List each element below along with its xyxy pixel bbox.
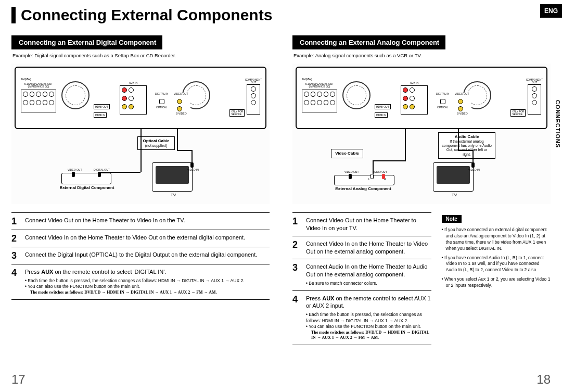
callout-note: (not supplied) <box>141 144 171 148</box>
rear-panel-illustration: 5.1CH SPEAKERS OUT(IMPEDANCE 3Ω) AM(MW) … <box>296 67 547 129</box>
tv-label: TV <box>446 193 462 197</box>
step-text: Connect Video In on the Home Theater to … <box>25 234 270 243</box>
note-item: If you have connected an external digita… <box>442 227 551 252</box>
note-label: Note <box>442 215 462 223</box>
step-text: Connect Audio In on the Home Theater to … <box>306 263 431 286</box>
step-number: 1 <box>292 217 302 232</box>
aux-in-ports: AUX IN <box>401 85 428 115</box>
speaker-out-ports: 5.1CH SPEAKERS OUT(IMPEDANCE 3Ω) <box>21 90 56 112</box>
step-number: 3 <box>292 263 302 286</box>
right-example-text: Example: Analog signal components such a… <box>293 53 551 58</box>
port-label: HDMI OUT <box>94 104 110 109</box>
step-number: 3 <box>11 251 21 260</box>
port-label: VIDEO IN <box>468 169 480 171</box>
cable-plug-icon <box>349 174 352 179</box>
left-column: Connecting an External Digital Component… <box>11 35 270 345</box>
aux-in-ports: AUX IN <box>120 85 147 115</box>
audio-cable-callout: Audio Cable If the external analog compo… <box>438 132 495 159</box>
step-text: Press AUX on the remote control to selec… <box>25 268 270 296</box>
step-number: 2 <box>11 234 21 243</box>
fan-vent-icon <box>61 81 90 109</box>
tv-screen-icon <box>156 166 189 184</box>
tv-icon <box>152 162 193 192</box>
step-item: 4 Press AUX on the remote control to sel… <box>292 290 431 346</box>
right-diagram: 5.1CH SPEAKERS OUT(IMPEDANCE 3Ω) AM(MW) … <box>292 64 551 204</box>
video-cable-callout: Video Cable <box>331 149 363 158</box>
external-device-label: External Digital Component <box>58 185 116 190</box>
component-out-ports: COMPONENTOUT <box>528 84 541 115</box>
rear-panel-illustration: 5.1CH SPEAKERS OUT(IMPEDANCE 3Ω) AM(MW) … <box>15 67 266 129</box>
port-label: HDMI IN <box>94 112 107 118</box>
section-tab: CONNECTIONS <box>554 99 562 149</box>
step-item: 2 Connect Video In on the Home Theater t… <box>292 236 431 259</box>
step-text: Connect Video Out on the Home Theater to… <box>306 217 431 232</box>
language-tab: ENG <box>540 4 562 18</box>
left-steps: 1 Connect Video Out on the Home Theater … <box>11 212 270 300</box>
step-number: 2 <box>292 240 302 256</box>
fan-vent-icon <box>342 81 371 109</box>
left-example-text: Example: Digital signal components such … <box>12 53 270 58</box>
external-device-label: External Analog Component <box>332 186 394 191</box>
step-item: 3 Connect the Digital Input (OPTICAL) to… <box>11 247 270 264</box>
cable-plug-icon <box>382 174 385 179</box>
tv-icon <box>433 162 474 192</box>
step-text: Press AUX on the remote control to selec… <box>306 295 431 342</box>
note-item: If you have connected Audio In (L, R) to… <box>442 255 551 274</box>
component-out-ports: COMPONENTOUT <box>247 84 260 115</box>
page-number-left: 17 <box>11 372 25 387</box>
right-subheading: Connecting an External Analog Component <box>292 35 551 49</box>
optical-cable-callout: Optical Cable (not supplied) <box>137 136 175 150</box>
step-item: 3 Connect Audio In on the Home Theater t… <box>292 259 431 290</box>
port-label: VIDEO IN <box>187 169 199 171</box>
port-label: ONLY FORSERVICE <box>229 109 245 117</box>
speaker-out-ports: 5.1CH SPEAKERS OUT(IMPEDANCE 3Ω) <box>302 90 337 112</box>
step-item: 4 Press AUX on the remote control to sel… <box>11 264 270 300</box>
callout-title: Video Cable <box>335 151 359 156</box>
right-subheading-text: Connecting an External Analog Component <box>296 35 445 49</box>
port-label: DIGITAL OUT <box>94 169 110 171</box>
step-item: 1 Connect Video Out on the Home Theater … <box>11 212 270 230</box>
step-text: Connect Video Out on the Home Theater to… <box>25 217 270 226</box>
cable-plug-icon <box>371 174 374 179</box>
external-device-icon <box>61 173 111 184</box>
step-number: 4 <box>292 295 302 342</box>
step-text: Connect Video In on the Home Theater to … <box>306 240 431 256</box>
digital-video-ports: DIGITAL IN VIDEO OUT OPTICAL S-VIDEO <box>153 93 190 115</box>
port-label: ONLY FORSERVICE <box>510 109 526 117</box>
left-subheading: Connecting an External Digital Component <box>11 35 270 49</box>
right-steps: 1 Connect Video Out on the Home Theater … <box>292 212 431 345</box>
port-label: AUDIO OUT <box>373 171 387 173</box>
port-label: HDMI OUT <box>375 104 391 109</box>
left-diagram: 5.1CH SPEAKERS OUT(IMPEDANCE 3Ω) AM(MW) … <box>11 64 270 204</box>
callout-title: Optical Cable <box>143 138 169 143</box>
step-number: 1 <box>11 217 21 226</box>
step-number: 4 <box>11 268 21 296</box>
cable-plug-icon <box>190 162 194 168</box>
callout-note: If the external analog component has onl… <box>442 140 492 157</box>
port-label: HDMI IN <box>375 112 388 118</box>
step-item: 1 Connect Video Out on the Home Theater … <box>292 212 431 236</box>
step-item: 2 Connect Video In on the Home Theater t… <box>11 230 270 247</box>
note-item: When you select Aux 1 or 2, you are sele… <box>442 276 551 289</box>
left-subheading-text: Connecting an External Digital Component <box>15 35 162 49</box>
note-section: Note If you have connected an external d… <box>442 212 551 345</box>
title-accent-bar <box>11 7 16 23</box>
digital-video-ports: DIGITAL IN VIDEO OUT OPTICAL S-VIDEO <box>434 93 471 115</box>
page-title-wrap: Connecting External Components <box>11 6 551 24</box>
right-column: Connecting an External Analog Component … <box>292 35 551 345</box>
tv-screen-icon <box>437 166 470 184</box>
cable-plug-icon <box>471 162 475 168</box>
tv-label: TV <box>165 193 181 197</box>
port-label: VIDEO OUT <box>344 171 359 173</box>
port-label: L <box>368 178 370 181</box>
page-number-right: 18 <box>537 372 551 387</box>
page-title: Connecting External Components <box>21 6 272 24</box>
cable-plug-icon <box>72 172 75 177</box>
step-text: Connect the Digital Input (OPTICAL) to t… <box>25 251 270 260</box>
port-label: VIDEO OUT <box>68 169 82 171</box>
